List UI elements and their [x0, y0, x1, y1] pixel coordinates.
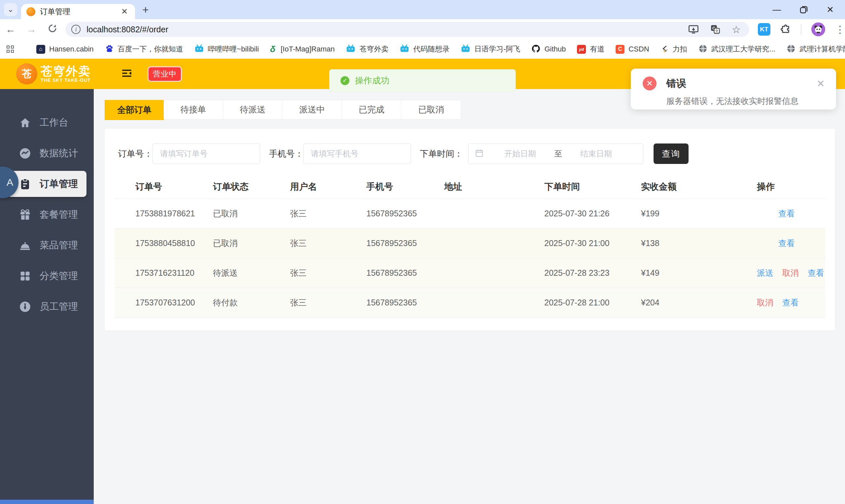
bookmark-sky-takeout[interactable]: 苍穹外卖 [346, 44, 388, 54]
tab-favicon-icon [27, 7, 35, 16]
csdn-icon: C [616, 45, 624, 54]
reload-icon[interactable] [42, 23, 63, 36]
date-separator: 至 [548, 148, 568, 159]
bookmark-riyu-xuexi[interactable]: 日语学习-阿飞 [461, 44, 520, 54]
toolbar-separator [801, 24, 802, 35]
kt-extension-icon[interactable]: KT [758, 23, 770, 36]
tab-pending-accept[interactable]: 待接单 [164, 100, 223, 119]
bookmark-iot-mag-raman[interactable]: δ [IoT-Mag]Raman [270, 44, 335, 54]
baidu-icon [105, 44, 114, 54]
bookmarks-bar: ⌂ Hansen.cabin 百度一下，你就知道 哔哩哔哩~bilibili δ… [0, 40, 845, 59]
bookmark-bilibili[interactable]: 哔哩哔哩~bilibili [194, 44, 259, 54]
browser-tab-bar: ⌄ 订单管理 ✕ + — ✕ [0, 0, 845, 19]
site-info-icon[interactable]: i [71, 25, 81, 34]
bookmark-leetcode[interactable]: 力扣 [661, 44, 687, 54]
orders-table: 订单号 订单状态 用户名 手机号 地址 下单时间 实收金额 操作 1753881… [115, 175, 825, 318]
github-icon [531, 44, 540, 54]
bookmark-wuli-cs-school[interactable]: 武理计算机学院 [787, 44, 845, 54]
install-app-icon[interactable] [688, 24, 699, 34]
bookmark-daima-suixianglu[interactable]: 代码随想录 [400, 44, 450, 54]
translate-icon[interactable]: G文 [710, 24, 721, 34]
tab-completed[interactable]: 已完成 [342, 100, 401, 119]
bookmark-star-icon[interactable]: ☆ [732, 24, 741, 35]
sidebar-collapse-icon[interactable] [121, 69, 133, 79]
cell-user: 张三 [290, 297, 366, 308]
table-row: 1753880458810 已取消 张三 15678952365 2025-07… [115, 229, 825, 258]
browser-tab[interactable]: 订单管理 ✕ [21, 4, 135, 19]
cell-order-no: 1753881978621 [135, 209, 213, 218]
business-status-badge[interactable]: 营业中 [147, 66, 182, 82]
sidebar-item-workbench[interactable]: 工作台 [0, 107, 94, 138]
col-address: 地址 [444, 181, 544, 193]
tab-close-icon[interactable]: ✕ [119, 7, 130, 16]
search-button[interactable]: 查询 [654, 143, 689, 164]
cancel-link[interactable]: 取消 [757, 297, 773, 308]
cell-time: 2025-07-30 21:00 [544, 238, 641, 248]
tab-pending-delivery[interactable]: 待派送 [223, 100, 283, 119]
bookmark-github[interactable]: Github [531, 44, 566, 54]
tab-search-button[interactable]: ⌄ [4, 3, 17, 16]
table-row: 1753881978621 已取消 张三 15678952365 2025-07… [115, 199, 825, 229]
date-start-placeholder[interactable]: 开始日期 [492, 148, 548, 159]
home-icon [19, 117, 31, 129]
date-end-placeholder[interactable]: 结束日期 [568, 148, 624, 159]
view-link[interactable]: 查看 [778, 208, 795, 219]
bookmark-hansen-cabin[interactable]: ⌂ Hansen.cabin [36, 45, 94, 54]
success-check-icon: ✓ [341, 76, 350, 85]
close-window-icon[interactable]: ✕ [827, 5, 834, 15]
address-bar[interactable]: i localhost:8082/#/order G文 ☆ [65, 22, 749, 37]
restore-icon[interactable] [799, 5, 808, 14]
sidebar-item-categories[interactable]: 分类管理 [0, 260, 94, 291]
tab-cancelled[interactable]: 已取消 [401, 100, 461, 119]
cancel-link[interactable]: 取消 [782, 268, 799, 278]
tab-title: 订单管理 [40, 6, 119, 17]
forward-icon[interactable]: → [21, 24, 41, 35]
delta-icon: δ [270, 44, 277, 54]
notification-close-icon[interactable]: ✕ [815, 78, 826, 89]
cell-order-no: 1753707631200 [135, 298, 213, 307]
tab-all-orders[interactable]: 全部订单 [105, 100, 164, 120]
cell-time: 2025-07-30 21:26 [544, 209, 641, 218]
apps-grid-icon[interactable] [6, 46, 14, 53]
sidebar-item-dishes[interactable]: 菜品管理 [0, 230, 94, 260]
browser-menu-icon[interactable]: ⋮ [835, 24, 845, 35]
bookmark-baidu[interactable]: 百度一下，你就知道 [105, 44, 183, 54]
bookmark-youdao[interactable]: yd 有道 [577, 44, 604, 54]
bookmark-whut-graduate[interactable]: 武汉理工大学研究... [699, 44, 775, 54]
sidebar-item-combos[interactable]: 套餐管理 [0, 199, 94, 230]
cell-amount: ¥149 [641, 268, 757, 278]
browser-toolbar: ← → i localhost:8082/#/order G文 ☆ KT ⋮ [0, 19, 845, 40]
brand-subtitle: THE SKY TAKE-OUT [40, 77, 91, 83]
deliver-link[interactable]: 派送 [757, 268, 773, 278]
url-text: localhost:8082/#/order [87, 25, 688, 34]
cell-phone: 15678952365 [366, 268, 444, 278]
date-range-picker[interactable]: 开始日期 至 结束日期 [468, 143, 643, 164]
col-phone: 手机号 [366, 181, 444, 193]
error-notification: ✕ 错误 ✕ 服务器错误，无法接收实时报警信息 [631, 69, 836, 109]
extensions-puzzle-icon[interactable] [780, 24, 791, 35]
success-toast: ✓ 操作成功 [330, 69, 516, 92]
cell-status: 待付款 [213, 297, 290, 308]
col-order-no: 订单号 [135, 181, 213, 193]
sidebar-item-employees[interactable]: 员工管理 [0, 291, 94, 322]
bookmark-csdn[interactable]: C CSDN [616, 45, 649, 54]
cell-status: 已取消 [213, 238, 290, 249]
minimize-icon[interactable]: — [772, 5, 781, 15]
new-tab-button[interactable]: + [142, 3, 149, 16]
view-link[interactable]: 查看 [778, 238, 795, 249]
back-icon[interactable]: ← [0, 24, 21, 35]
view-link[interactable]: 查看 [782, 297, 799, 308]
view-link[interactable]: 查看 [808, 268, 824, 278]
sidebar-item-statistics[interactable]: 数据统计 [0, 138, 94, 168]
category-grid-icon [19, 270, 31, 282]
brand-name: 苍穹外卖 [40, 65, 91, 77]
order-no-label: 订单号： [118, 148, 153, 160]
cell-time: 2025-07-28 21:00 [544, 298, 641, 307]
tab-delivering[interactable]: 派送中 [283, 100, 342, 119]
table-row: 1753707631200 待付款 张三 15678952365 2025-07… [115, 288, 825, 318]
profile-avatar[interactable] [811, 22, 825, 36]
order-no-input[interactable] [153, 143, 260, 164]
cell-amount: ¥138 [641, 238, 757, 248]
phone-input[interactable] [303, 143, 411, 164]
window-controls: — ✕ [772, 0, 845, 19]
